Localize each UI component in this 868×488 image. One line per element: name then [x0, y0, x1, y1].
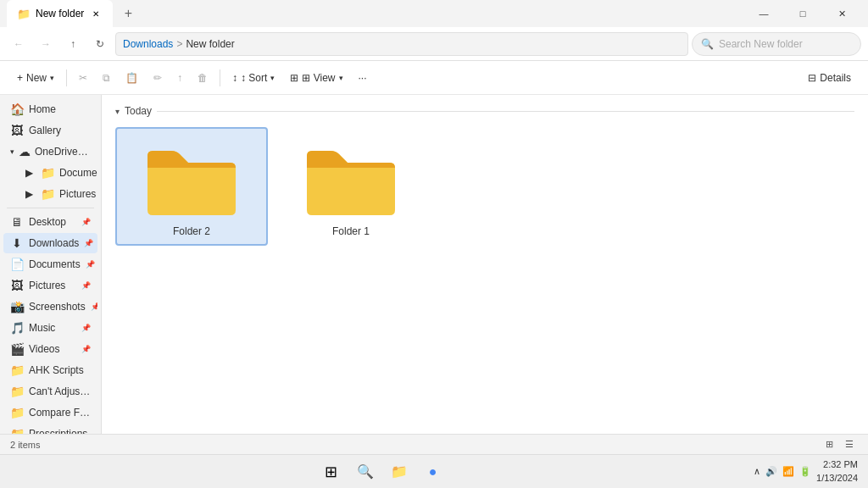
windows-icon: ⊞	[325, 463, 337, 481]
file-label-folder2: Folder 2	[173, 225, 210, 237]
sort-icon: ↕	[232, 72, 237, 84]
nav-bar: ← → ↑ ↻ Downloads > New folder 🔍 Search …	[0, 27, 868, 61]
time-display: 2:32 PM	[816, 458, 858, 471]
sidebar-item-prescriptions[interactable]: 📁 Prescriptions	[3, 424, 97, 434]
toolbar-right: ⊟ Details	[801, 69, 858, 87]
sidebar-item-pictures2[interactable]: 🖼 Pictures 📌	[3, 275, 97, 296]
search-icon: 🔍	[357, 463, 374, 480]
sidebar-item-screenshots[interactable]: 📸 Screenshots 📌	[3, 297, 97, 317]
new-label: New	[26, 72, 47, 84]
sort-label: ↕ Sort	[241, 72, 267, 84]
title-bar-tabs: 📁 New folder ✕ +	[7, 0, 140, 27]
tray-battery[interactable]: 🔋	[799, 466, 811, 477]
maximize-button[interactable]: □	[783, 0, 822, 27]
file-item-folder1[interactable]: Folder 1	[275, 127, 427, 246]
taskbar-chrome-button[interactable]: ●	[420, 458, 447, 485]
taskbar-search-button[interactable]: 🔍	[352, 458, 379, 485]
taskbar-right: ∧ 🔊 📶 🔋 2:32 PM 1/13/2024	[754, 458, 858, 485]
new-icon: +	[17, 72, 23, 84]
sidebar-item-label: Pictures	[29, 280, 65, 291]
sidebar-item-onedrive[interactable]: ▾ ☁ OneDrive - Pers	[3, 141, 97, 162]
window-controls: — □ ✕	[744, 0, 861, 27]
list-view-button[interactable]: ☰	[841, 436, 858, 453]
title-bar-left: 📁 New folder ✕ +	[7, 0, 140, 27]
expand-icon: ▾	[10, 147, 14, 156]
toolbar-separator-1	[66, 69, 67, 86]
view-icon: ⊞	[290, 72, 298, 84]
prescriptions-icon: 📁	[10, 427, 24, 434]
address-part-downloads[interactable]: Downloads	[123, 38, 173, 50]
sidebar-item-downloads[interactable]: ⬇ Downloads 📌	[3, 233, 97, 253]
rename-button[interactable]: ✏	[147, 69, 169, 87]
sidebar-item-label: Gallery	[29, 125, 61, 136]
files-grid: Folder 2 Folder 1	[115, 127, 854, 246]
sidebar-item-home[interactable]: 🏠 Home	[3, 99, 97, 119]
back-button[interactable]: ←	[7, 32, 31, 56]
paste-button[interactable]: 📋	[119, 69, 145, 87]
sidebar-item-label: Desktop	[29, 216, 66, 228]
group-header-line	[157, 111, 854, 112]
sidebar-item-label: Pictures	[59, 188, 96, 200]
taskbar: ⊞ 🔍 📁 ● ∧ 🔊 📶 🔋 2:32 PM 1/13/2024	[0, 454, 868, 488]
delete-button[interactable]: 🗑	[191, 69, 214, 87]
tray-chevron[interactable]: ∧	[754, 466, 760, 477]
sidebar-item-pictures[interactable]: ▶ 📁 Pictures	[3, 184, 97, 204]
tab-new-button[interactable]: +	[116, 2, 140, 25]
view-toggle-group: ⊞ ☰	[821, 436, 858, 453]
sidebar-item-label: Downloads	[29, 237, 79, 249]
date-display: 1/13/2024	[816, 472, 858, 485]
sidebar-item-ahk[interactable]: 📁 AHK Scripts	[3, 360, 97, 380]
pin-icon: 📌	[84, 239, 93, 247]
sidebar-item-documents2[interactable]: 📄 Documents 📌	[3, 254, 97, 274]
sidebar-item-compare[interactable]: 📁 Compare Folder	[3, 402, 97, 423]
address-bar[interactable]: Downloads > New folder	[115, 32, 688, 56]
sidebar-item-label: Documents	[59, 167, 97, 179]
file-item-folder2[interactable]: Folder 2	[115, 127, 268, 246]
sidebar-item-desktop[interactable]: 🖥 Desktop 📌	[3, 212, 97, 232]
sidebar-item-cantadjust[interactable]: 📁 Can't Adjust Bri	[3, 381, 97, 402]
tab-close-button[interactable]: ✕	[89, 7, 103, 20]
taskbar-clock[interactable]: 2:32 PM 1/13/2024	[816, 458, 858, 485]
start-button[interactable]: ⊞	[318, 458, 345, 485]
refresh-button[interactable]: ↻	[88, 32, 112, 56]
search-bar[interactable]: 🔍 Search New folder	[692, 32, 861, 56]
share-button[interactable]: ↑	[170, 69, 189, 87]
search-placeholder: Search New folder	[719, 38, 803, 50]
new-button[interactable]: + New ▾	[10, 69, 61, 87]
sidebar-item-videos[interactable]: 🎬 Videos 📌	[3, 339, 97, 359]
up-button[interactable]: ↑	[61, 32, 85, 56]
sidebar-item-gallery[interactable]: 🖼 Gallery	[3, 120, 97, 141]
search-icon: 🔍	[701, 38, 714, 50]
copy-button[interactable]: ⧉	[96, 69, 117, 87]
status-bar: 2 items ⊞ ☰	[0, 434, 868, 454]
details-button[interactable]: ⊟ Details	[801, 69, 858, 87]
more-button[interactable]: ···	[352, 69, 374, 87]
sidebar-item-music[interactable]: 🎵 Music 📌	[3, 318, 97, 338]
file-view: ▾ Today Folder 2 Folde	[102, 95, 868, 434]
view-button[interactable]: ⊞ ⊞ View ▾	[283, 69, 349, 87]
pin-icon: 📌	[81, 281, 91, 290]
downloads-icon: ⬇	[10, 236, 24, 250]
tray-volume[interactable]: 🔊	[765, 466, 777, 477]
sidebar-item-label: Compare Folder	[29, 407, 91, 419]
pictures2-icon: 🖼	[10, 279, 24, 292]
music-icon: 🎵	[10, 321, 24, 335]
view-label: ⊞ View	[302, 72, 335, 84]
forward-button[interactable]: →	[34, 32, 58, 56]
taskbar-file-explorer-button[interactable]: 📁	[386, 458, 413, 485]
sidebar-item-label: Home	[29, 103, 56, 115]
minimize-button[interactable]: —	[744, 0, 783, 27]
taskbar-center: ⊞ 🔍 📁 ●	[318, 458, 447, 485]
group-chevron-icon[interactable]: ▾	[115, 107, 120, 116]
tab-new-folder[interactable]: 📁 New folder ✕	[7, 0, 113, 27]
sort-button[interactable]: ↕ ↕ Sort ▾	[225, 69, 281, 87]
gallery-icon: 🖼	[10, 124, 24, 137]
sidebar-item-label: Can't Adjust Bri	[29, 385, 91, 397]
grid-view-button[interactable]: ⊞	[821, 436, 837, 453]
cut-button[interactable]: ✂	[72, 69, 94, 87]
cantadjust-icon: 📁	[10, 385, 24, 398]
sidebar-item-documents[interactable]: ▶ 📁 Documents	[3, 163, 97, 183]
pin-icon: 📌	[81, 324, 91, 332]
close-button[interactable]: ✕	[822, 0, 861, 27]
tray-network[interactable]: 📶	[782, 466, 794, 477]
